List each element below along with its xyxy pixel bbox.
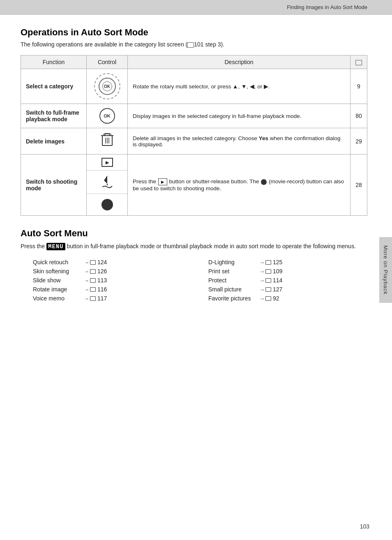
control-cell-rotary: OK [87,69,128,104]
svg-marker-6 [104,175,107,184]
list-item: Slide show → 113 [33,276,192,285]
inline-play-icon: ▶ [158,178,167,185]
menu-label: MENU [46,243,65,250]
book-icon [265,287,271,292]
function-cell: Delete images [21,128,87,155]
control-cell-ok: OK [87,104,128,128]
play-button-icon: ▶ [101,158,113,167]
shutter-release-icon [92,174,122,190]
list-item: Quick retouch → 124 [33,258,192,267]
book-icon [265,278,271,283]
table-row: Delete images [21,128,367,155]
page-number: 103 [360,523,369,530]
arrow-icon: → [259,268,271,275]
record-button-icon [101,199,113,210]
description-cell-switch: Press the ▶ button or shutter-release bu… [128,155,350,216]
ref-cell-switch: 28 [350,155,367,216]
function-cell: Switch to full-frame playback mode [21,104,87,128]
play-triangle: ▶ [106,160,109,165]
menu-item-ref: 113 [97,277,107,284]
book-icon-intro [187,42,194,48]
arrow-icon: → [84,259,96,265]
book-icon [265,296,271,301]
table-row: Switch to full-frame playback mode OK Di… [21,104,367,128]
book-icon [90,260,96,265]
menu-column-right: D-Lighting → 125 Print set → 109 Protect… [208,258,367,303]
menu-list: Quick retouch → 124 Skin softening → 126… [33,258,367,303]
header-bar: Finding Images in Auto Sort Mode [0,0,392,15]
menu-item-ref: 117 [97,295,107,302]
control-cell-trash [87,128,128,155]
control-cell-shutter [87,171,128,194]
arrow-icon: → [259,277,271,284]
ref-cell: 80 [350,104,367,128]
menu-item-ref: 127 [273,286,282,293]
menu-item-ref: 125 [273,259,282,265]
menu-item-ref: 126 [97,268,107,275]
list-item: Print set → 109 [208,267,367,276]
menu-item-name: Favorite pictures [208,295,258,302]
section2-intro: Press the MENU button in full-frame play… [21,242,367,251]
book-icon [90,278,96,283]
menu-item-ref: 116 [97,286,107,293]
rotary-ok-label: OK [102,81,112,91]
col-header-function: Function [21,55,87,69]
col-header-description: Description [128,55,350,69]
section2-title: Auto Sort Menu [21,228,367,239]
table-row: Select a category OK Rotate the rotary m… [21,69,367,104]
menu-item-name: Print set [208,268,258,275]
arrow-icon: → [259,286,271,293]
header-title: Finding Images in Auto Sort Mode [287,4,367,10]
list-item: Favorite pictures → 92 [208,294,367,303]
arrow-icon: → [259,259,271,265]
description-cell: Display images in the selected category … [128,104,350,128]
book-icon [265,260,271,265]
control-cell-record [87,194,128,216]
rotary-middle: OK [99,78,116,95]
menu-item-name: Slide show [33,277,82,284]
function-cell-switch: Switch to shooting mode [21,155,87,216]
arrow-icon: → [259,295,271,302]
menu-item-name: D-Lighting [208,259,258,265]
arrow-icon: → [84,295,96,302]
menu-item-name: Voice memo [33,295,82,302]
book-icon-header [355,60,362,65]
operations-table: Function Control Description Select a ca… [21,55,367,216]
section1-intro: The following operations are available i… [21,41,367,48]
table-row: Switch to shooting mode ▶ Press the ▶ bu… [21,155,367,171]
inline-record-icon [261,179,267,185]
list-item: Voice memo → 117 [33,294,192,303]
ok-label: OK [104,113,111,118]
menu-item-ref: 114 [273,277,282,284]
arrow-icon: → [84,268,96,275]
col-header-control: Control [87,55,128,69]
section1-title: Operations in Auto Sort Mode [21,27,367,38]
list-item: Rotate image → 116 [33,285,192,294]
book-icon [265,269,271,274]
menu-item-ref: 92 [273,295,279,302]
ref-cell: 9 [350,69,367,104]
book-icon [90,296,96,301]
menu-item-name: Small picture [208,286,258,293]
control-cell-play: ▶ [87,155,128,171]
description-cell: Delete all images in the selected catego… [128,128,350,155]
list-item: Protect → 114 [208,276,367,285]
arrow-icon: → [84,277,96,284]
menu-item-ref: 124 [97,259,107,265]
menu-item-name: Rotate image [33,286,82,293]
description-cell: Rotate the rotary multi selector, or pre… [128,69,350,104]
ok-button-icon: OK [99,108,115,124]
arrow-icon: → [84,286,96,293]
menu-item-name: Quick retouch [33,259,82,265]
col-header-ref [350,55,367,69]
book-icon [90,269,96,274]
function-cell: Select a category [21,69,87,104]
list-item: Small picture → 127 [208,285,367,294]
rotary-selector-icon: OK [94,73,120,99]
list-item: Skin softening → 126 [33,267,192,276]
menu-item-name: Skin softening [33,268,82,275]
menu-item-ref: 109 [273,268,282,275]
list-item: D-Lighting → 125 [208,258,367,267]
book-icon [90,287,96,292]
menu-item-name: Protect [208,277,258,284]
